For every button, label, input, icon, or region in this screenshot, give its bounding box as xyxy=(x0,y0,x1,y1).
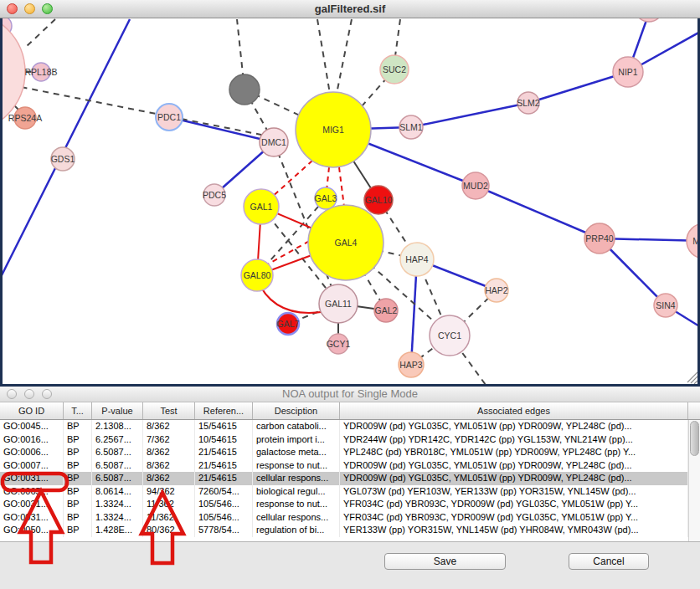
HAP4-label: HAP4 xyxy=(405,254,429,264)
cell-test: 8/362 xyxy=(143,459,195,473)
network-edge xyxy=(476,186,600,238)
minimize-button[interactable] xyxy=(24,389,34,399)
cell-reference: 105/546... xyxy=(195,511,253,525)
cell-description: biological regul... xyxy=(253,485,340,499)
cell-reference: 5778/54... xyxy=(195,524,253,537)
GAL80-label: GAL80 xyxy=(244,270,271,280)
cell-description: regulation of bi... xyxy=(253,524,340,537)
GAL3-label: GAL3 xyxy=(315,193,337,203)
cell-pvalue: 2.1308... xyxy=(92,420,143,433)
cell-type: BP xyxy=(64,524,92,537)
cell-go: GO:0031... xyxy=(0,498,64,511)
GAL7-label: GAL7 xyxy=(277,319,300,329)
GAL10-label: GAL10 xyxy=(365,195,393,205)
cell-reference: 7260/54... xyxy=(195,485,253,499)
cell-description: carbon cataboli... xyxy=(253,420,340,433)
table-row[interactable]: GO:0006...BP6.5087...8/36221/54615galact… xyxy=(0,446,700,459)
minimize-button[interactable] xyxy=(24,3,35,14)
cell-test: 8/362 xyxy=(143,472,195,485)
cell-go: GO:0050... xyxy=(0,524,64,537)
cell-type: BP xyxy=(64,446,92,459)
cell-edges: YFR034C (pd) YBR093C, YDR009W (pd) YGL03… xyxy=(340,498,688,511)
table-row[interactable]: GO:0050...BP1.428E...80/3625778/54...reg… xyxy=(0,524,700,537)
table-row[interactable]: GO:0065...BP8.0614...94/3627260/54...bio… xyxy=(0,485,700,499)
zoom-button[interactable] xyxy=(42,389,52,399)
column-header-description[interactable]: Desciption xyxy=(253,402,340,419)
close-button[interactable] xyxy=(7,3,18,14)
network-window-title: galFiltered.sif xyxy=(0,0,700,18)
cell-test: 7/362 xyxy=(143,433,195,447)
cell-description: cellular respons... xyxy=(253,472,340,485)
table-row[interactable]: GO:0031...BP1.3324...11/362105/546...res… xyxy=(0,498,700,511)
cell-type: BP xyxy=(64,511,92,525)
SLM1-label: SLM1 xyxy=(399,122,423,132)
cell-edges: YDR244W (pp) YDR142C, YDR142C (pp) YGL15… xyxy=(340,433,688,447)
GCY1-label: GCY1 xyxy=(327,339,351,349)
cell-pvalue: 1.3324... xyxy=(92,498,143,511)
cell-go: GO:0007... xyxy=(0,459,64,473)
gray-node[interactable] xyxy=(229,74,260,105)
cell-go: GO:0031... xyxy=(0,511,64,525)
scrollbar-thumb[interactable] xyxy=(690,421,699,456)
resize-grip-icon[interactable] xyxy=(694,381,697,384)
topright-node[interactable] xyxy=(635,18,663,22)
SLM2-label: SLM2 xyxy=(517,98,540,108)
cell-type: BP xyxy=(64,472,92,485)
GDS1-label: GDS1 xyxy=(51,154,75,164)
cancel-button[interactable]: Cancel xyxy=(569,553,649,570)
column-header-edges[interactable]: Associated edges xyxy=(340,402,688,419)
network-edge xyxy=(339,167,344,207)
cell-description: galactose meta... xyxy=(253,446,340,459)
table-row[interactable]: GO:0031...BP6.5087...8/36221/54615cellul… xyxy=(0,472,700,485)
cell-edges: YPL248C (pd) YBR018C, YML051W (pp) YDR00… xyxy=(340,446,688,459)
cell-type: BP xyxy=(64,433,92,447)
cell-pvalue: 6.2567... xyxy=(92,433,143,447)
cell-edges: YDR009W (pd) YGL035C, YML051W (pp) YDR00… xyxy=(340,472,688,485)
HAP2-label: HAP2 xyxy=(485,285,508,295)
network-edge xyxy=(411,103,528,127)
column-header-test[interactable]: Test xyxy=(143,402,195,419)
cell-test: 8/362 xyxy=(143,420,195,433)
close-button[interactable] xyxy=(7,389,17,399)
column-header-pvalue[interactable]: P-value xyxy=(92,402,143,419)
table-row[interactable]: GO:0031...BP1.3324...11/362105/546...cel… xyxy=(0,511,700,525)
cell-description: response to nut... xyxy=(253,498,340,511)
column-header-go[interactable]: GO ID xyxy=(0,402,64,419)
GAL11-label: GAL11 xyxy=(325,299,352,309)
column-header-type[interactable]: T... xyxy=(64,402,92,419)
MUD2-label: MUD2 xyxy=(463,181,488,191)
button-panel: Save Cancel xyxy=(0,541,700,589)
cell-type: BP xyxy=(64,498,92,511)
network-canvas[interactable]: RPL18BRPS24AGDS1PDC1DMC1MIG1SUC2SLM1SLM2… xyxy=(3,18,697,384)
cell-edges: YER133W (pp) YOR315W, YNL145W (pd) YHR08… xyxy=(340,524,688,537)
table-scrollbar[interactable] xyxy=(688,420,700,541)
GAL4-label: GAL4 xyxy=(335,238,358,248)
column-header-reference[interactable]: Referen... xyxy=(195,402,253,419)
table-row[interactable]: GO:0045...BP2.1308...8/36215/54615carbon… xyxy=(0,420,700,433)
save-button[interactable]: Save xyxy=(384,553,506,570)
RPL18B-label: RPL18B xyxy=(24,67,57,77)
RPS24A-label: RPS24A xyxy=(8,113,42,123)
PDC1-label: PDC1 xyxy=(157,112,181,122)
cell-reference: 21/54615 xyxy=(195,446,253,459)
cell-type: BP xyxy=(64,459,92,473)
cell-pvalue: 6.5087... xyxy=(92,472,143,485)
cell-type: BP xyxy=(64,485,92,499)
zoom-button[interactable] xyxy=(42,3,53,14)
network-titlebar: galFiltered.sif xyxy=(0,0,700,18)
table-row[interactable]: GO:0007...BP6.5087...8/36221/54615respon… xyxy=(0,459,700,473)
cell-pvalue: 6.5087... xyxy=(92,446,143,459)
cell-go: GO:0031... xyxy=(0,472,64,485)
cell-reference: 21/54615 xyxy=(195,472,253,485)
cell-go: GO:0016... xyxy=(0,433,64,447)
cell-edges: YDR009W (pd) YGL035C, YML051W (pp) YDR00… xyxy=(340,420,688,433)
MSL1-label: MSL1 xyxy=(692,236,697,246)
NIP1-label: NIP1 xyxy=(618,67,638,77)
SIN4-label: SIN4 xyxy=(656,300,676,310)
cell-reference: 21/54615 xyxy=(195,459,253,473)
SUC2-label: SUC2 xyxy=(383,64,406,74)
cell-pvalue: 6.5087... xyxy=(92,459,143,473)
cell-test: 11/362 xyxy=(143,511,195,525)
network-edge xyxy=(317,19,330,94)
table-row[interactable]: GO:0016...BP6.2567...7/36210/54615protei… xyxy=(0,433,700,447)
